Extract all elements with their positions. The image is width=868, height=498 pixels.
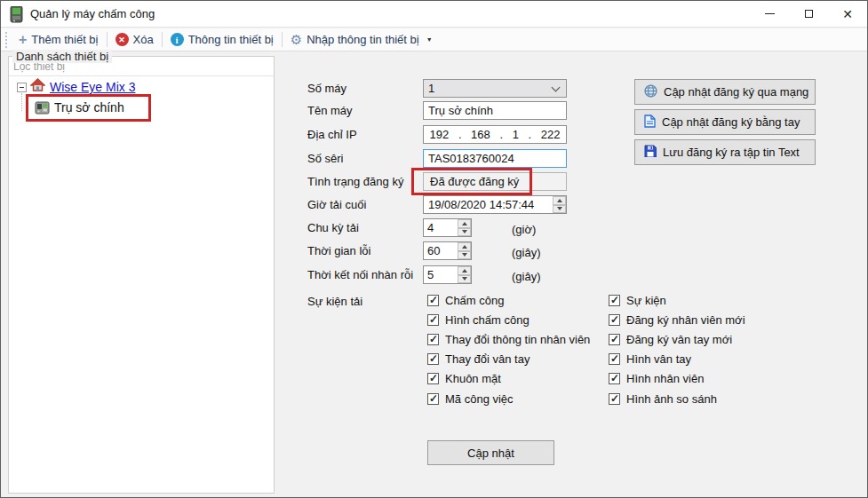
spin-up-icon[interactable] bbox=[458, 266, 471, 275]
minimize-button[interactable] bbox=[750, 1, 789, 27]
annotation-selected-device bbox=[26, 94, 151, 122]
spin-up-icon[interactable] bbox=[458, 242, 471, 251]
spin-down-icon[interactable] bbox=[458, 251, 471, 260]
last-download-time-value: 19/08/2020 14:57:44 bbox=[428, 198, 534, 211]
delete-device-button[interactable]: ✕ Xóa bbox=[109, 31, 160, 48]
update-registration-manual-label: Cập nhật đăng ký bằng tay bbox=[662, 115, 800, 129]
ip-address-input[interactable]: 192 . 168 . 1 . 222 bbox=[423, 125, 567, 144]
checkbox-ma-cong-viec[interactable]: Mã công việc bbox=[427, 392, 514, 406]
close-icon: ✕ bbox=[842, 8, 853, 20]
label-gio-tai-cuoi: Giờ tải cuối bbox=[307, 198, 366, 211]
checkbox-khuon-mat[interactable]: Khuôn mặt bbox=[427, 372, 501, 385]
label-so-may: Số máy bbox=[307, 82, 346, 95]
checkbox-checked-icon bbox=[427, 393, 439, 405]
maximize-button[interactable] bbox=[789, 1, 828, 27]
machine-name-input[interactable] bbox=[423, 101, 567, 120]
spin-up-icon[interactable] bbox=[458, 219, 471, 228]
checkbox-cham-cong[interactable]: Chấm công bbox=[427, 294, 504, 307]
error-time-spinner[interactable]: 60 bbox=[423, 241, 472, 260]
checkbox-checked-icon bbox=[609, 295, 620, 306]
update-registration-online-label: Cập nhật đăng ký qua mạng bbox=[664, 85, 808, 99]
checkbox-hinh-nhan-vien[interactable]: Hình nhân viên bbox=[609, 372, 704, 385]
checkbox-checked-icon bbox=[427, 334, 439, 345]
checkbox-su-kien[interactable]: Sự kiện bbox=[609, 294, 666, 307]
tree-node-wise-eye-mix-3[interactable]: Wise Eye Mix 3 bbox=[50, 80, 135, 94]
home-icon bbox=[30, 78, 45, 96]
checkbox-thay-doi-thong-tin-nhan-vien[interactable]: Thay đổi thông tin nhân viên bbox=[427, 333, 590, 346]
device-info-label: Thông tin thiết bị bbox=[188, 33, 274, 46]
add-device-button[interactable]: + Thêm thiết bị bbox=[12, 31, 105, 48]
toolbar-grip bbox=[5, 32, 8, 48]
unit-gio: (giờ) bbox=[512, 223, 536, 236]
checkbox-checked-icon bbox=[609, 393, 620, 405]
spin-down-icon[interactable] bbox=[458, 228, 471, 237]
label-thoi-gian-loi: Thời gian lỗi bbox=[307, 244, 370, 257]
serial-number-input[interactable] bbox=[423, 149, 567, 168]
label-su-kien-tai: Sự kiện tải bbox=[307, 295, 362, 308]
tree-connector-line bbox=[21, 93, 22, 111]
checkbox-dang-ky-van-tay-moi[interactable]: Đăng ký vân tay mới bbox=[609, 333, 732, 346]
update-registration-online-button[interactable]: Cập nhật đăng ký qua mạng bbox=[634, 79, 816, 105]
maximize-icon bbox=[805, 10, 813, 18]
chevron-down-icon: ▼ bbox=[426, 36, 433, 43]
checkbox-thay-doi-van-tay[interactable]: Thay đổi vân tay bbox=[427, 352, 530, 366]
idle-connection-spinner[interactable]: 5 bbox=[423, 265, 472, 284]
checkbox-hinh-cham-cong[interactable]: Hình chấm công bbox=[427, 313, 530, 327]
spinner-buttons[interactable] bbox=[458, 242, 471, 259]
machine-number-value: 1 bbox=[428, 82, 434, 95]
spin-down-icon[interactable] bbox=[458, 275, 471, 284]
toolbar: + Thêm thiết bị ✕ Xóa i Thông tin thiết … bbox=[1, 28, 867, 51]
checkbox-checked-icon bbox=[609, 314, 620, 326]
minimize-icon bbox=[765, 13, 775, 14]
datetime-spinner[interactable] bbox=[553, 196, 566, 213]
tree-collapse-toggle[interactable] bbox=[17, 83, 27, 92]
machine-number-select[interactable]: 1 bbox=[423, 79, 567, 98]
toolbar-separator bbox=[162, 32, 163, 47]
unit-giay: (giây) bbox=[512, 246, 541, 259]
checkbox-hinh-anh-so-sanh[interactable]: Hình ảnh so sánh bbox=[609, 392, 717, 406]
update-button[interactable]: Cập nhật bbox=[427, 440, 554, 465]
app-window: Quản lý máy chấm công ✕ + Thêm thiết bị … bbox=[0, 0, 868, 498]
close-button[interactable]: ✕ bbox=[828, 1, 867, 27]
label-thoi-ket-noi: Thời kết nối nhàn rỗi bbox=[307, 268, 413, 281]
checkbox-dang-ky-nhan-vien-moi[interactable]: Đăng ký nhân viên mới bbox=[609, 313, 745, 327]
import-device-info-button[interactable]: ⚙ Nhập thông tin thiết bị ▼ bbox=[284, 31, 439, 48]
spin-down-icon[interactable] bbox=[553, 205, 566, 214]
update-registration-manual-button[interactable]: Cập nhật đăng ký bằng tay bbox=[634, 109, 816, 135]
idle-connection-value: 5 bbox=[427, 268, 434, 281]
save-registration-to-text-label: Lưu đăng ký ra tập tin Text bbox=[663, 146, 800, 159]
spin-up-icon[interactable] bbox=[553, 196, 566, 205]
update-button-label: Cập nhật bbox=[467, 447, 514, 460]
info-icon: i bbox=[171, 33, 184, 46]
window-title: Quản lý máy chấm công bbox=[30, 1, 155, 28]
floppy-icon bbox=[644, 145, 657, 160]
toolbar-separator bbox=[282, 32, 283, 47]
label-so-seri: Số sêri bbox=[307, 152, 343, 165]
document-icon bbox=[644, 115, 656, 130]
plus-icon: + bbox=[19, 34, 27, 45]
device-info-button[interactable]: i Thông tin thiết bị bbox=[164, 31, 280, 48]
checkbox-checked-icon bbox=[427, 353, 439, 365]
device-list-group-label: Danh sách thiết bị bbox=[12, 50, 112, 63]
label-ten-may: Tên máy bbox=[307, 104, 353, 117]
label-dia-chi-ip: Địa chỉ IP bbox=[307, 128, 357, 141]
checkbox-checked-icon bbox=[609, 373, 620, 384]
import-device-info-label: Nhập thông tin thiết bị bbox=[307, 33, 418, 46]
last-download-time-field[interactable]: 19/08/2020 14:57:44 bbox=[423, 195, 567, 214]
spinner-buttons[interactable] bbox=[458, 266, 471, 283]
checkbox-checked-icon bbox=[427, 373, 439, 384]
globe-icon bbox=[644, 84, 657, 100]
checkbox-checked-icon bbox=[609, 353, 620, 365]
download-cycle-spinner[interactable]: 4 bbox=[423, 218, 472, 237]
checkbox-checked-icon bbox=[427, 314, 439, 326]
add-device-label: Thêm thiết bị bbox=[31, 33, 98, 46]
annotation-registration-status bbox=[411, 168, 532, 195]
spinner-buttons[interactable] bbox=[458, 219, 471, 236]
download-cycle-value: 4 bbox=[427, 221, 434, 234]
checkbox-hinh-van-tay[interactable]: Hình vân tay bbox=[609, 352, 691, 366]
checkbox-checked-icon bbox=[427, 295, 439, 306]
save-registration-to-text-button[interactable]: Lưu đăng ký ra tập tin Text bbox=[634, 139, 816, 165]
gear-icon: ⚙ bbox=[291, 33, 302, 46]
checkbox-checked-icon bbox=[609, 334, 620, 345]
error-time-value: 60 bbox=[427, 244, 440, 257]
